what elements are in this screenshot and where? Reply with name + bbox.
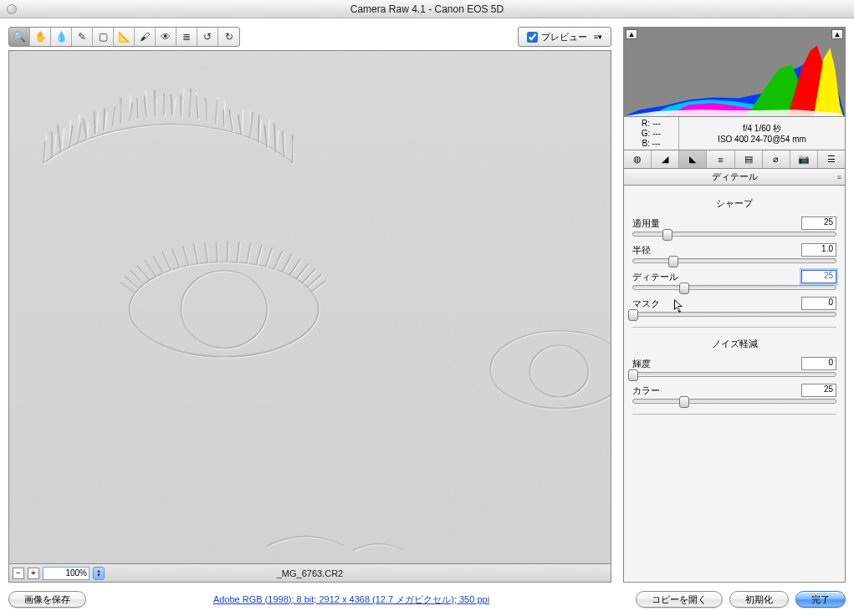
slider-luminance-value[interactable]: 0 (801, 357, 836, 370)
preview-label: プレビュー (541, 31, 587, 43)
tab-detail[interactable]: ◣ (679, 150, 707, 168)
zoom-out-button[interactable]: − (13, 568, 24, 579)
tool-rotate-cw[interactable]: ↻ (218, 28, 239, 46)
slider-color-label: カラー (632, 384, 660, 397)
zoom-in-button[interactable]: + (28, 568, 39, 579)
tool-zoom[interactable]: 🔍 (9, 28, 30, 46)
preview-menu-icon[interactable]: ≡▾ (594, 33, 602, 41)
panel-title-bar: ディテール ≡ (623, 169, 846, 186)
filename-label: _MG_6763.CR2 (277, 568, 344, 578)
close-window[interactable] (7, 4, 17, 14)
readout-r: R: --- (642, 119, 661, 129)
sharpen-heading: シャープ (632, 197, 836, 210)
slider-mask-thumb[interactable] (628, 309, 638, 321)
slider-radius-label: 半径 (632, 244, 651, 257)
exif-readout: R: --- G: --- B: --- f/4 1/60 秒 ISO 400 … (623, 117, 846, 150)
slider-luminance-label: 輝度 (632, 358, 651, 370)
tab-strip: ◍◢◣≡▤⌀📷☰ (623, 150, 846, 169)
open-copy-button[interactable]: コピーを開く (636, 591, 723, 608)
panel-menu-icon[interactable]: ≡ (837, 173, 841, 181)
workflow-link[interactable]: Adobe RGB (1998); 8 bit; 2912 x 4368 (12… (213, 594, 489, 604)
image-preview[interactable] (8, 50, 611, 564)
tool-rotate-ccw[interactable]: ↺ (197, 28, 218, 46)
done-button[interactable]: 完了 (795, 591, 846, 608)
slider-amount-thumb[interactable] (662, 229, 672, 241)
slider-color: カラー25 (632, 384, 836, 404)
slider-detail-value[interactable]: 25 (801, 270, 836, 283)
image-footer: − + 100% ▲▼ _MG_6763.CR2 (8, 564, 611, 583)
noise-heading: ノイズ軽減 (632, 338, 836, 350)
slider-radius-thumb[interactable] (668, 256, 678, 267)
slider-luminance-thumb[interactable] (628, 369, 638, 381)
tab-curve[interactable]: ◢ (652, 150, 679, 168)
slider-detail-thumb[interactable] (679, 283, 689, 294)
tab-preset[interactable]: ☰ (818, 150, 845, 168)
slider-mask: マスク0 (632, 297, 836, 317)
tool-straighten[interactable]: 📐 (114, 28, 135, 46)
tab-cal[interactable]: 📷 (790, 150, 818, 168)
reset-button[interactable]: 初期化 (729, 591, 789, 608)
save-button[interactable]: 画像を保存 (8, 591, 86, 608)
slider-amount-label: 適用量 (632, 217, 660, 230)
slider-detail-track[interactable] (632, 285, 836, 290)
tool-crop[interactable]: ▢ (93, 28, 114, 46)
detail-panel: シャープ 適用量25半径1.0ディテール25マスク0 ノイズ軽減 輝度0カラー2… (623, 186, 846, 583)
highlight-clip-icon[interactable]: ▲ (831, 29, 843, 39)
slider-amount-value[interactable]: 25 (801, 216, 836, 230)
shadow-clip-icon[interactable]: ▲ (626, 29, 637, 39)
slider-radius-track[interactable] (632, 258, 836, 263)
panel-title: ディテール (712, 171, 758, 183)
tool-group: 🔍✋💧✎▢📐🖌👁≣↺↻ (8, 27, 240, 47)
slider-radius-value[interactable]: 1.0 (801, 243, 836, 257)
slider-mask-value[interactable]: 0 (801, 297, 836, 310)
tab-hsl[interactable]: ≡ (707, 150, 734, 168)
tool-prefs[interactable]: ≣ (176, 28, 197, 46)
tab-lens[interactable]: ⌀ (763, 150, 790, 168)
slider-detail: ディテール25 (632, 270, 836, 290)
slider-luminance: 輝度0 (632, 357, 836, 377)
slider-color-track[interactable] (632, 399, 836, 404)
slider-mask-track[interactable] (632, 312, 836, 317)
slider-color-value[interactable]: 25 (801, 384, 836, 397)
preview-toggle[interactable]: プレビュー ≡▾ (518, 27, 611, 47)
tool-retouch[interactable]: 🖌 (135, 28, 156, 46)
slider-luminance-track[interactable] (632, 372, 836, 377)
histogram: ▲ ▲ (623, 27, 846, 117)
slider-detail-label: ディテール (632, 271, 678, 283)
slider-mask-label: マスク (632, 298, 660, 310)
slider-amount-track[interactable] (632, 232, 836, 237)
slider-radius: 半径1.0 (632, 243, 836, 263)
tab-split[interactable]: ▤ (735, 150, 763, 168)
tool-hand[interactable]: ✋ (30, 28, 51, 46)
window-title: Camera Raw 4.1 - Canon EOS 5D (350, 3, 504, 15)
tab-basic[interactable]: ◍ (624, 150, 652, 168)
slider-color-thumb[interactable] (679, 396, 689, 408)
tool-redeye[interactable]: 👁 (156, 28, 176, 46)
preview-checkbox[interactable] (527, 32, 538, 43)
slider-amount: 適用量25 (632, 216, 836, 237)
exif-line1: f/4 1/60 秒 (743, 123, 781, 134)
zoom-field[interactable]: 100% (43, 567, 89, 580)
readout-g: G: --- (642, 129, 661, 139)
readout-b: B: --- (642, 139, 660, 149)
tool-sampler[interactable]: ✎ (72, 28, 93, 46)
tool-wb[interactable]: 💧 (51, 28, 72, 46)
zoom-stepper[interactable]: ▲▼ (93, 567, 105, 580)
exif-line2: ISO 400 24-70@54 mm (718, 134, 806, 145)
